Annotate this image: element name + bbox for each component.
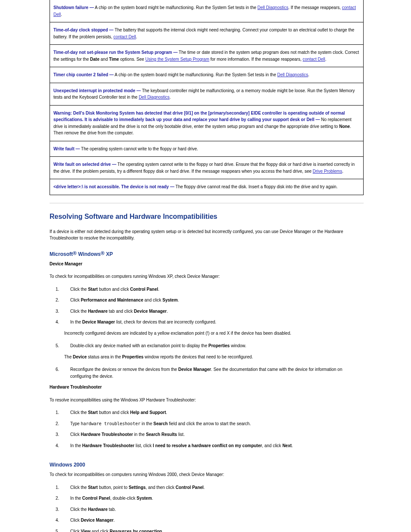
table-row: <drive letter>:\ is not accessible. The … (50, 179, 364, 195)
error-title: Write fault — (53, 146, 80, 151)
link[interactable]: Dell Diagnostics (258, 5, 289, 10)
list-item: 3.Click the Hardware tab. (50, 506, 364, 517)
steps-list: 1.Click the Start button, point to Setti… (50, 484, 364, 532)
link[interactable]: Using the System Setup Program (145, 57, 209, 62)
body-text: Incorrectly configured devices are indic… (50, 330, 364, 337)
subheading: Hardware Troubleshooter (50, 385, 102, 389)
os-heading: Microsoft® Windows® XP (50, 250, 364, 257)
list-item: 2.Click Performance and Maintenance and … (50, 297, 364, 308)
error-title: Unexpected interrupt in protected mode — (53, 88, 141, 93)
body-text: To resolve incompatibilities using the W… (50, 397, 364, 404)
table-row: Write fault on selected drive — The oper… (50, 157, 364, 179)
error-title: Write fault on selected drive — (53, 162, 116, 167)
list-item: 5.Click View and click Resources by conn… (50, 528, 364, 532)
subheading: Device Manager (50, 261, 82, 266)
link[interactable]: contact Dell (113, 34, 136, 39)
link[interactable]: Dell Diagnostics (277, 72, 308, 77)
table-row: Unexpected interrupt in protected mode —… (50, 83, 364, 105)
list-item: 1.Click the Start button and click Contr… (50, 286, 364, 297)
table-row: Timer chip counter 2 failed — A chip on … (50, 67, 364, 83)
error-title: >:\ is not accessible. The device is not… (78, 184, 174, 189)
steps-list: 1.Click the Start button and click Contr… (50, 286, 364, 330)
registered-icon: ® (101, 250, 105, 256)
section-heading: Resolving Software and Hardware Incompat… (50, 213, 364, 221)
list-item: 5.Double-click any device marked with an… (50, 342, 364, 354)
os-heading: Windows 2000 (50, 462, 364, 468)
table-row: Shutdown failure — A chip on the system … (50, 0, 364, 22)
section-divider (50, 203, 364, 203)
body-text: To check for incompatibilities on comput… (50, 471, 364, 478)
link[interactable]: Dell Diagnostics (139, 95, 170, 100)
error-title: Shutdown failure — (53, 5, 94, 10)
list-item: 2.In the Control Panel, double-click Sys… (50, 495, 364, 506)
list-item: 4.Click Device Manager. (50, 517, 364, 528)
steps-list: 5.Double-click any device marked with an… (50, 342, 364, 354)
error-title: desk or Dell — (290, 117, 320, 122)
steps-list: 6.Reconfigure the devices or remove the … (50, 366, 364, 384)
link[interactable]: contact Dell (303, 57, 325, 62)
error-title: Timer chip counter 2 failed — (53, 72, 114, 77)
list-item: 1.Click the Start button and click Help … (50, 409, 364, 420)
list-item: 2.Type hardware troubleshooter in the Se… (50, 420, 364, 432)
table-row: Write fault — The operating system canno… (50, 141, 364, 157)
table-row: Warning: Dell's Disk Monitoring System h… (50, 105, 364, 141)
error-title: day clock stopped — (70, 28, 113, 32)
list-item: 3.Click the Hardware tab and click Devic… (50, 308, 364, 319)
error-title: please run the System Setup program — (94, 50, 177, 55)
error-messages-table: Shutdown failure — A chip on the system … (50, 0, 364, 195)
list-item: 6.Reconfigure the devices or remove the … (50, 366, 364, 384)
table-row: Time-of-day clock stopped — The battery … (50, 22, 364, 45)
registered-icon: ® (73, 250, 77, 256)
list-item: 4.In the Device Manager list, check for … (50, 319, 364, 330)
table-row: Time-of-day not set-please run the Syste… (50, 45, 364, 67)
steps-list: 1.Click the Start button and click Help … (50, 409, 364, 453)
section-intro: If a device is either not detected durin… (50, 228, 364, 242)
list-item: 3.Click Hardware Troubleshooter in the S… (50, 431, 364, 442)
body-text: The Device status area in the Properties… (50, 354, 364, 361)
link[interactable]: Drive Problems (313, 169, 342, 174)
list-item: 4.In the Hardware Troubleshooter list, c… (50, 442, 364, 454)
body-text: To check for incompatibilities on comput… (50, 273, 364, 280)
list-item: 1.Click the Start button, point to Setti… (50, 484, 364, 495)
